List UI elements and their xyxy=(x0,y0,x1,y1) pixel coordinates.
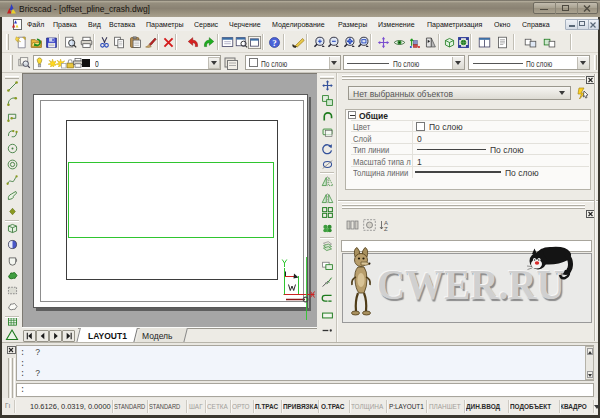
svg-text:Z: Z xyxy=(384,226,388,231)
svg-text:?: ? xyxy=(272,37,276,47)
